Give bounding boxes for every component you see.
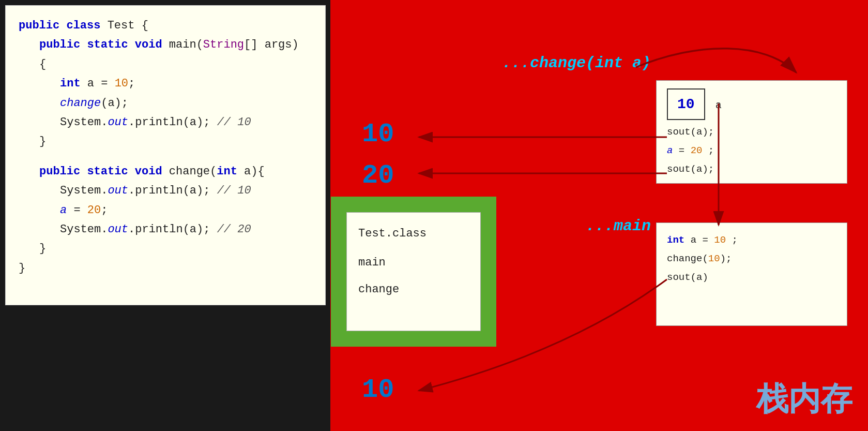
change-frame-value-row: 10 a [667, 88, 836, 123]
class-inner: Test.class main change [346, 212, 481, 331]
main-frame: int a = 10 ; change(10); sout(a) [656, 222, 847, 326]
stack-memory-label: 栈内存 [756, 377, 852, 421]
code-line-12: } [19, 259, 312, 278]
keyword-public: public class [19, 19, 100, 32]
main-frame-line2: change(10); [667, 249, 836, 268]
output-value-20: 20 [362, 160, 394, 191]
class-method-change: change [358, 278, 469, 302]
code-panel: public class Test { public static void m… [5, 5, 326, 305]
output-value-10-bottom: 10 [362, 375, 394, 405]
code-line-8: System.out.println(a); // 10 [60, 181, 312, 200]
change-frame-sout2: sout(a); [667, 160, 836, 179]
class-box: Test.class main change [331, 197, 496, 347]
code-line-3: int a = 10; [60, 74, 312, 93]
code-line-7: public static void change(int a){ [39, 162, 312, 181]
code-line-1: public class Test { [19, 16, 312, 35]
code-line-2: public static void main(String[] args) { [39, 35, 312, 74]
change-frame-label: ...change(int a) [502, 54, 651, 72]
code-line-6: } [39, 132, 312, 151]
class-method-main: main [358, 251, 469, 275]
code-line-5: System.out.println(a); // 10 [60, 113, 312, 132]
main-frame-line3: sout(a) [667, 268, 836, 287]
main-frame-label: ...main [586, 217, 651, 235]
change-frame-a-label: a [715, 99, 722, 111]
change-frame-sout1: sout(a); [667, 123, 836, 141]
change-frame-value: 10 [667, 88, 705, 120]
change-frame: 10 a sout(a); a = 20 ; sout(a); [656, 80, 847, 184]
code-line-11: } [39, 239, 312, 258]
change-frame-assign: a = 20 ; [667, 141, 836, 160]
output-value-10-top: 10 [362, 119, 394, 150]
main-frame-line1: int a = 10 ; [667, 231, 836, 249]
code-line-4: change(a); [60, 94, 312, 113]
code-line-9: a = 20; [60, 201, 312, 220]
class-name: Test.class [358, 222, 469, 246]
code-line-10: System.out.println(a); // 20 [60, 220, 312, 239]
